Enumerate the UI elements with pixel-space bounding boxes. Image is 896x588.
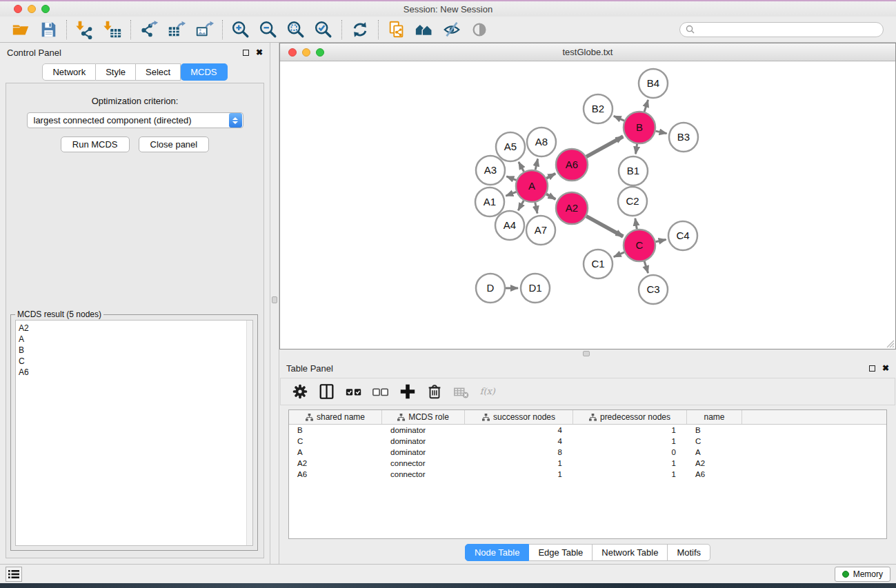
table-row[interactable]: A6connector11A6 (289, 469, 886, 480)
mcds-result-item[interactable]: B (19, 345, 246, 356)
close-panel-icon[interactable]: ✖ (256, 48, 263, 57)
mcds-result-item[interactable]: C (19, 356, 246, 367)
delete-column-icon[interactable] (424, 381, 446, 402)
graph-node-A3[interactable]: A3 (476, 156, 505, 185)
export-image-icon[interactable] (190, 19, 218, 41)
graph-node-C2[interactable]: C2 (618, 187, 647, 216)
close-panel-button[interactable]: Close panel (139, 136, 210, 152)
export-table-icon[interactable] (163, 19, 190, 41)
tab-node-table[interactable]: Node Table (465, 544, 530, 561)
zoom-fit-icon[interactable] (282, 19, 310, 41)
refresh-layout-icon[interactable] (346, 19, 374, 41)
tab-style[interactable]: Style (96, 63, 136, 81)
graph-node-C3[interactable]: C3 (639, 275, 668, 304)
import-table-icon[interactable] (99, 19, 126, 41)
graph-node-B2[interactable]: B2 (584, 94, 613, 123)
tab-select[interactable]: Select (136, 63, 181, 81)
table-row[interactable]: Adominator80A (289, 447, 886, 458)
task-history-button[interactable] (6, 567, 22, 582)
graph-node-A[interactable]: A (516, 170, 548, 202)
window-resize-grip-icon[interactable] (885, 338, 895, 348)
graph-node-C4[interactable]: C4 (668, 221, 697, 250)
graph-node-C[interactable]: C (624, 230, 655, 261)
mcds-result-item[interactable]: A (19, 334, 246, 345)
horizontal-splitter[interactable] (279, 349, 896, 358)
export-network-icon[interactable] (135, 19, 163, 41)
graph-node-A1[interactable]: A1 (475, 187, 504, 216)
graph-node-C1[interactable]: C1 (584, 250, 613, 278)
hide-selected-icon[interactable] (438, 19, 466, 41)
column-header-MCDS-role[interactable]: MCDS role (382, 410, 465, 424)
graph-edge-A-A2[interactable] (546, 194, 555, 199)
tab-motifs[interactable]: Motifs (668, 544, 710, 561)
graph-node-A6[interactable]: A6 (556, 149, 588, 181)
table-row[interactable]: Cdominator41C (289, 436, 886, 447)
show-all-icon[interactable] (466, 19, 493, 41)
column-header-successor-nodes[interactable]: successor nodes (465, 410, 573, 424)
column-header-name[interactable]: name (687, 410, 742, 424)
settings-gear-icon[interactable] (289, 381, 311, 402)
graph-node-B3[interactable]: B3 (669, 123, 698, 152)
graph-edge-A-A7[interactable] (535, 203, 537, 214)
graph-edge-C-C1[interactable] (614, 252, 624, 257)
column-header-predecessor-nodes[interactable]: predecessor nodes (573, 410, 687, 424)
run-mcds-button[interactable]: Run MCDS (61, 136, 130, 152)
graph-node-A4[interactable]: A4 (495, 211, 524, 240)
graph-edge-B-B2[interactable] (614, 116, 624, 121)
graph-edge-C-C3[interactable] (644, 261, 648, 273)
tab-edge-table[interactable]: Edge Table (529, 544, 593, 561)
graph-edge-B-B4[interactable] (644, 100, 648, 112)
function-builder-icon[interactable]: f(x) (477, 381, 499, 402)
close-table-panel-icon[interactable]: ✖ (882, 364, 889, 372)
mcds-result-item[interactable]: A6 (19, 367, 246, 378)
graph-edge-A2-C[interactable] (586, 216, 623, 236)
float-table-panel-icon[interactable] (869, 365, 875, 372)
graph-node-A5[interactable]: A5 (496, 132, 525, 161)
select-all-checkboxes-icon[interactable] (343, 381, 365, 402)
tab-network[interactable]: Network (42, 63, 96, 81)
graph-node-D1[interactable]: D1 (521, 274, 550, 303)
graph-node-D[interactable]: D (476, 274, 505, 303)
tab-mcds[interactable]: MCDS (181, 63, 227, 81)
network-graph[interactable]: B4B2BB3A8A5A6A3B1AC2A1A2A4A7C4CC1DD1C3 (280, 61, 895, 349)
tab-network-table[interactable]: Network Table (593, 544, 668, 561)
network-canvas[interactable]: B4B2BB3A8A5A6A3B1AC2A1A2A4A7C4CC1DD1C3 (280, 61, 895, 349)
splitter-grip[interactable] (583, 351, 590, 356)
memory-button[interactable]: Memory (835, 567, 890, 582)
search-input[interactable] (698, 25, 877, 34)
graph-node-A2[interactable]: A2 (556, 192, 588, 224)
search-field[interactable] (679, 22, 884, 37)
graph-edge-A-A4[interactable] (518, 201, 524, 210)
delete-table-icon[interactable] (450, 381, 472, 402)
graph-edge-B-B3[interactable] (655, 131, 666, 134)
table-row[interactable]: Bdominator41B (289, 425, 886, 436)
zoom-in-icon[interactable] (227, 19, 255, 41)
graph-node-A7[interactable]: A7 (526, 216, 555, 245)
graph-edge-A6-B[interactable] (586, 136, 623, 156)
float-panel-icon[interactable] (243, 50, 249, 56)
zoom-selected-icon[interactable] (310, 19, 337, 41)
table-row[interactable]: A2connector11A2 (289, 458, 886, 469)
home-view-icon[interactable] (410, 19, 438, 41)
graph-edge-A-A8[interactable] (535, 159, 538, 170)
graph-edge-A-A5[interactable] (519, 162, 524, 172)
optimization-dropdown[interactable]: largest connected component (directed) (27, 112, 243, 128)
mcds-result-item[interactable]: A2 (19, 323, 246, 334)
splitter-grip[interactable] (272, 296, 277, 303)
graph-node-B4[interactable]: B4 (639, 69, 668, 98)
graph-edge-A-A1[interactable] (506, 192, 516, 196)
graph-edge-C-C2[interactable] (635, 219, 637, 230)
zoom-out-icon[interactable] (255, 19, 282, 41)
duplicate-network-icon[interactable] (383, 19, 410, 41)
graph-edge-A-A3[interactable] (506, 176, 516, 180)
graph-node-A8[interactable]: A8 (527, 128, 556, 156)
graph-edge-A-A6[interactable] (546, 174, 555, 179)
column-layout-icon[interactable] (316, 381, 338, 402)
deselect-all-checkboxes-icon[interactable] (370, 381, 392, 402)
import-network-icon[interactable] (71, 19, 99, 41)
save-session-icon[interactable] (34, 19, 62, 41)
graph-edge-C-C4[interactable] (655, 239, 666, 241)
graph-node-B1[interactable]: B1 (619, 156, 648, 185)
graph-node-B[interactable]: B (624, 112, 655, 143)
open-session-icon[interactable] (7, 19, 34, 41)
